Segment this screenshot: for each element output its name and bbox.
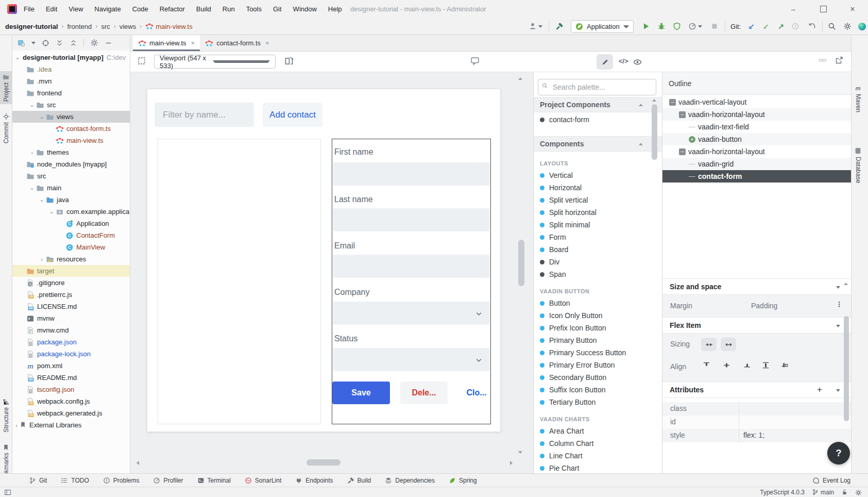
field-input-status[interactable]	[333, 348, 490, 371]
git-update-icon[interactable]: ↙	[748, 23, 755, 30]
rollback-icon[interactable]	[808, 22, 816, 30]
artboard-icon[interactable]	[284, 56, 294, 65]
debug-button[interactable]	[657, 22, 666, 30]
menu-run[interactable]: Run	[223, 5, 235, 13]
tree-item[interactable]: JS webpack.generated.js	[12, 407, 130, 419]
settings-icon[interactable]	[855, 489, 862, 495]
tree-item[interactable]: › themes	[12, 146, 130, 158]
tree-item[interactable]: m pom.xml	[12, 360, 130, 372]
vertical-scrollbar[interactable]	[518, 240, 524, 286]
field-input-email[interactable]	[333, 255, 490, 278]
attribute-value[interactable]	[739, 402, 842, 416]
palette-item-icon-only-button[interactable]: Icon Only Button	[534, 309, 662, 322]
breadcrumb-item[interactable]: frontend	[67, 23, 92, 30]
palette-item-split-minimal[interactable]: Split minimal	[534, 219, 662, 231]
palette-item-board[interactable]: Board	[534, 243, 662, 256]
palette-item-button[interactable]: Button	[534, 297, 662, 309]
attribute-value[interactable]: flex: 1;	[739, 429, 842, 442]
more-options-icon[interactable]: ⋮	[836, 300, 843, 308]
horizontal-scrollbar[interactable]	[307, 459, 341, 466]
run-config-selector[interactable]: Application	[571, 20, 634, 33]
field-input-company[interactable]	[333, 302, 490, 325]
flex-item-section-header[interactable]: Flex Item	[662, 317, 851, 334]
tree-item[interactable]: {} package-lock.json	[12, 348, 130, 360]
build-hammer-icon[interactable]	[555, 22, 564, 30]
scroll-left-icon[interactable]	[137, 461, 139, 465]
menu-edit[interactable]: Edit	[46, 5, 57, 13]
tree-item[interactable]: .idea	[12, 63, 130, 75]
outline-node-vaadin-grid[interactable]: vaadin-grid	[662, 158, 851, 170]
palette-item-primary-button[interactable]: Primary Button	[534, 334, 662, 346]
tree-item[interactable]: {} package.json	[12, 336, 130, 348]
toolwindow-todo[interactable]: TODO	[61, 477, 89, 484]
menu-help[interactable]: Help	[328, 5, 342, 13]
field-input-last-name[interactable]	[333, 208, 490, 231]
close-tab-icon[interactable]: ×	[265, 39, 269, 47]
help-button[interactable]: ?	[827, 442, 850, 465]
breadcrumb-file[interactable]: main-view.ts	[145, 22, 193, 30]
preview-eye-icon[interactable]	[633, 58, 642, 67]
toolwindow-build[interactable]: Build	[347, 477, 371, 484]
selection-tool-icon[interactable]	[137, 56, 146, 65]
scroll-up-icon[interactable]	[518, 77, 522, 80]
stripe-tab-structure[interactable]: Structure	[0, 396, 12, 435]
maximize-button[interactable]	[811, 0, 835, 18]
tree-item[interactable]: node_modules [myapp]	[12, 158, 130, 170]
palette-item-split-horizontal[interactable]: Split horizontal	[534, 206, 662, 219]
tree-item[interactable]: target	[12, 265, 130, 277]
tree-item[interactable]: ⌄ views	[12, 111, 130, 123]
user-menu[interactable]	[529, 22, 542, 30]
tertiary-form-button[interactable]: Clo...	[462, 382, 491, 404]
menu-build[interactable]: Build	[196, 5, 211, 13]
settings-gear-icon[interactable]	[843, 22, 852, 30]
tree-item[interactable]: mvnw.cmd	[12, 324, 130, 336]
lock-icon[interactable]	[841, 489, 848, 495]
components-header[interactable]: Components	[534, 136, 662, 152]
typescript-version[interactable]: TypeScript 4.0.3	[760, 489, 805, 496]
edit-mode-button[interactable]	[597, 54, 613, 70]
toolwindow-terminal[interactable]: Terminal	[197, 477, 231, 484]
tree-item[interactable]: C ContactForm	[12, 229, 130, 241]
palette-scroll-up-icon[interactable]	[652, 99, 656, 102]
tree-item[interactable]: › resources	[12, 253, 130, 265]
scroll-right-icon[interactable]	[510, 461, 513, 465]
size-space-section-header[interactable]: Size and space	[662, 278, 851, 295]
breadcrumb-item[interactable]: src	[101, 23, 110, 30]
tree-item[interactable]: contact-form.ts	[12, 123, 130, 135]
tree-item[interactable]: C MainView	[12, 241, 130, 253]
open-in-browser-icon[interactable]	[835, 56, 843, 64]
toolwindow-endpoints[interactable]: Endpoints	[295, 477, 333, 484]
palette-item-line-chart[interactable]: Line Chart	[534, 450, 662, 462]
palette-search-input[interactable]	[538, 79, 656, 95]
tree-item[interactable]: MD README.md	[12, 372, 130, 384]
breadcrumb-item[interactable]: designer-tutorial	[5, 23, 58, 30]
menu-git[interactable]: Git	[273, 5, 282, 13]
external-libraries-row[interactable]: › External Libraries	[12, 419, 130, 431]
tool-window-toggle-icon[interactable]	[4, 489, 11, 496]
tree-item[interactable]: src	[12, 170, 130, 182]
margin-label[interactable]: Margin	[670, 302, 692, 310]
search-everywhere-icon[interactable]	[828, 22, 836, 30]
git-commit-icon[interactable]: ✓	[763, 23, 770, 30]
tree-item[interactable]: JS webpack.config.js	[12, 395, 130, 407]
palette-item-div[interactable]: Div	[534, 256, 662, 268]
palette-item-primary-error-button[interactable]: Primary Error Button	[534, 359, 662, 371]
filter-input[interactable]	[155, 103, 254, 127]
palette-item-prefix-icon-button[interactable]: Prefix Icon Button	[534, 322, 662, 334]
stripe-tab-commit[interactable]: Commit	[0, 110, 12, 146]
tree-item[interactable]: MD LICENSE.md	[12, 301, 130, 312]
palette-scrollbar[interactable]	[652, 104, 657, 160]
outline-node-vaadin-button[interactable]: +vaadin-button	[662, 133, 851, 145]
palette-item-span[interactable]: Span	[534, 268, 662, 280]
project-components-header[interactable]: Project Components	[534, 97, 662, 112]
align-stretch-icon[interactable]	[762, 361, 770, 369]
outline-node-vaadin-vertical-layout[interactable]: −vaadin-vertical-layout	[662, 96, 851, 108]
tree-item[interactable]: .mvn	[12, 75, 130, 87]
stripe-tab-database[interactable]: Database	[852, 144, 864, 186]
props-scrollbar[interactable]	[844, 316, 849, 421]
error-form-button[interactable]: Dele...	[400, 382, 448, 404]
align-start-icon[interactable]	[703, 361, 710, 369]
minimize-button[interactable]: –	[781, 0, 805, 18]
palette-item-pie-chart[interactable]: Pie Chart	[534, 462, 662, 473]
menu-code[interactable]: Code	[132, 5, 148, 13]
